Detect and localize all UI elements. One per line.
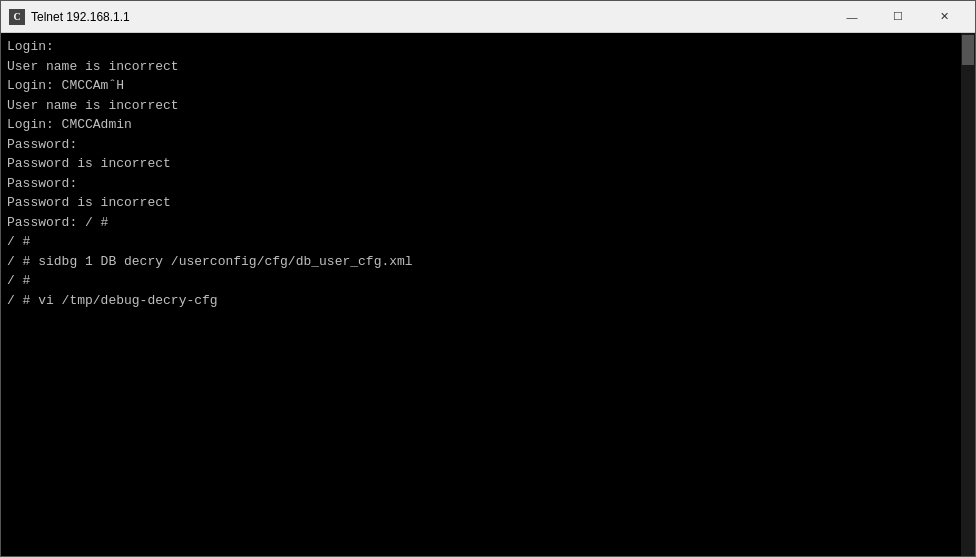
window: C Telnet 192.168.1.1 — ☐ ✕ Login: User n… xyxy=(0,0,976,557)
scrollbar-thumb[interactable] xyxy=(962,35,974,65)
terminal-output: Login: User name is incorrect Login: CMC… xyxy=(7,37,969,310)
title-bar-text: Telnet 192.168.1.1 xyxy=(31,10,130,24)
maximize-button[interactable]: ☐ xyxy=(875,1,921,33)
close-button[interactable]: ✕ xyxy=(921,1,967,33)
terminal-content[interactable]: Login: User name is incorrect Login: CMC… xyxy=(1,33,975,556)
minimize-button[interactable]: — xyxy=(829,1,875,33)
title-bar: C Telnet 192.168.1.1 — ☐ ✕ xyxy=(1,1,975,33)
title-bar-controls: — ☐ ✕ xyxy=(829,1,967,33)
scrollbar[interactable] xyxy=(961,33,975,556)
terminal-icon: C xyxy=(9,9,25,25)
title-bar-left: C Telnet 192.168.1.1 xyxy=(9,9,130,25)
